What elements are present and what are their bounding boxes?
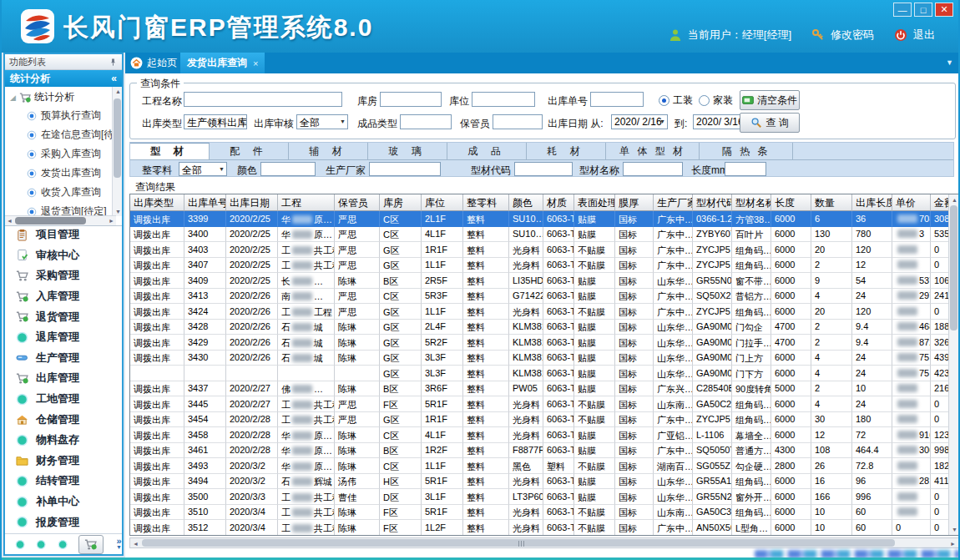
close-button[interactable]: ✕: [935, 3, 953, 17]
cell[interactable]: 普通方…: [732, 443, 771, 459]
cell[interactable]: ZYCJP5…: [693, 412, 732, 428]
cell[interactable]: GA90M07.: [693, 335, 732, 351]
cell[interactable]: F区: [380, 520, 422, 536]
cell[interactable]: KLM3817: [509, 351, 543, 366]
cell[interactable]: GR55N26: [693, 489, 732, 505]
scroll-down-icon[interactable]: ▼: [115, 207, 121, 216]
cell[interactable]: 6063-T5: [543, 289, 574, 305]
cell[interactable]: 6063-T5: [543, 320, 574, 335]
material-tab[interactable]: 隔 热 条: [700, 143, 793, 159]
cell[interactable]: 调拨出库: [130, 427, 184, 443]
profile-name-input[interactable]: [623, 162, 683, 176]
cell[interactable]: 工共工程: [278, 396, 335, 412]
sidebar-menu-item[interactable]: 出库管理: [5, 368, 122, 389]
cell[interactable]: 整料: [463, 381, 509, 397]
cell[interactable]: G区: [380, 351, 422, 366]
cell[interactable]: 曹佳: [335, 489, 380, 505]
column-header[interactable]: 数量: [811, 194, 852, 211]
sidebar-menu-item[interactable]: 生产管理: [5, 348, 122, 369]
cell[interactable]: 调拨出库: [130, 505, 184, 521]
cell[interactable]: 组角码…: [732, 505, 771, 521]
cell[interactable]: 石辉城: [278, 474, 335, 490]
cell[interactable]: 调拨出库: [130, 474, 184, 490]
cell[interactable]: 广亚铝…: [654, 427, 693, 443]
cell[interactable]: KLM3817: [509, 320, 543, 335]
column-header[interactable]: 整零料: [463, 194, 509, 211]
cell[interactable]: 国标: [615, 443, 654, 459]
cell[interactable]: 贴膜: [574, 474, 615, 490]
cell[interactable]: 6000: [771, 227, 811, 243]
cell[interactable]: L型角…: [732, 520, 771, 536]
cell[interactable]: 16: [811, 474, 852, 490]
cell[interactable]: 2020/2/26: [226, 320, 278, 335]
cell[interactable]: 2: [811, 258, 852, 274]
cell[interactable]: 严思: [335, 304, 380, 320]
cell[interactable]: 108: [811, 443, 852, 459]
cell[interactable]: 3409: [184, 273, 226, 289]
table-row[interactable]: 调拨出库34292020/2/26石城陈琳G区5R2F整料KLM38176063…: [130, 335, 958, 351]
cell[interactable]: 2: [811, 335, 852, 351]
cell[interactable]: 6000: [771, 211, 811, 227]
cell[interactable]: 2800: [771, 458, 811, 474]
cell[interactable]: 3400: [184, 227, 226, 243]
cell[interactable]: 10: [811, 520, 852, 536]
cell[interactable]: 1L2F: [422, 520, 463, 536]
cell[interactable]: 国标: [615, 412, 654, 428]
cell[interactable]: 0: [892, 520, 931, 536]
cell[interactable]: 4L1F: [422, 427, 463, 443]
cell[interactable]: 山东华…: [654, 335, 693, 351]
cell[interactable]: 整料: [463, 351, 509, 366]
cell[interactable]: 整料: [463, 489, 509, 505]
cell[interactable]: 广东中…: [654, 242, 693, 258]
cell[interactable]: 贴膜: [574, 335, 615, 351]
table-row[interactable]: 调拨出库34072020/2/25工共工程严思G区1L1F整料光身料6063-T…: [130, 258, 958, 274]
sidebar-menu-item[interactable]: 采购管理: [5, 265, 122, 286]
cell[interactable]: 6063-T5: [543, 443, 574, 459]
tree-item[interactable]: 在途信息查询[待定]: [5, 125, 122, 144]
cell[interactable]: 3R6F: [422, 381, 463, 397]
cell[interactable]: C区: [380, 458, 422, 474]
cell[interactable]: 整料: [463, 227, 509, 243]
cell[interactable]: 光身料: [509, 474, 543, 490]
cell[interactable]: GA50C27: [693, 396, 732, 412]
cell[interactable]: 1L1F: [422, 304, 463, 320]
cell[interactable]: 4: [811, 289, 852, 305]
cell[interactable]: 国标: [615, 458, 654, 474]
cell[interactable]: 国标: [615, 505, 654, 521]
cell[interactable]: 9: [811, 273, 852, 289]
cell[interactable]: 不贴膜: [574, 458, 615, 474]
cell[interactable]: 6063-T5: [543, 520, 574, 536]
cell[interactable]: 20: [811, 242, 852, 258]
scroll-up-icon[interactable]: ▲: [115, 87, 121, 96]
column-header[interactable]: 型材代码: [693, 194, 732, 211]
radio-jiazhuang[interactable]: 家装: [699, 93, 733, 108]
cell[interactable]: 整料: [463, 474, 509, 490]
cell[interactable]: 陈琳: [335, 520, 380, 536]
cell[interactable]: 国标: [615, 520, 654, 536]
outbound-no-input[interactable]: [590, 92, 644, 107]
table-row[interactable]: G区3L3F整料KLM38176063-T5贴膜国标山东华…GA90M09.门下…: [130, 366, 958, 381]
cell[interactable]: F区: [380, 505, 422, 521]
cell[interactable]: C区: [380, 227, 422, 243]
cell[interactable]: 90度转角: [732, 381, 771, 397]
cell[interactable]: 陈琳: [335, 427, 380, 443]
cell[interactable]: 华原…: [278, 427, 335, 443]
cell[interactable]: 6063-T5: [543, 335, 574, 351]
cell[interactable]: 6000: [771, 412, 811, 428]
column-header[interactable]: 出库长度: [852, 194, 892, 211]
change-password-link[interactable]: 修改密码: [831, 28, 874, 43]
cell[interactable]: 6063-T5: [543, 505, 574, 521]
cell[interactable]: 5R1F: [422, 505, 463, 521]
cell[interactable]: 陈琳: [335, 458, 380, 474]
cell[interactable]: 广东中…: [654, 412, 693, 428]
cell[interactable]: 调拨出库: [130, 381, 184, 397]
cell[interactable]: G区: [380, 258, 422, 274]
column-header[interactable]: 出库单号: [184, 194, 226, 211]
color-input[interactable]: [260, 162, 316, 176]
cell[interactable]: 6000: [771, 474, 811, 490]
cell[interactable]: 陈琳: [335, 443, 380, 459]
cell[interactable]: 工共工程: [278, 520, 335, 536]
cell[interactable]: 山东华…: [654, 320, 693, 335]
search-button[interactable]: 查 询: [740, 113, 800, 133]
cell[interactable]: 3403: [184, 242, 226, 258]
